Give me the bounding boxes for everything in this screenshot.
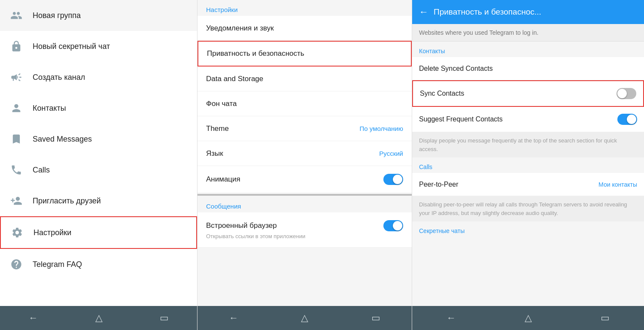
lock-icon	[9, 39, 24, 54]
settings-home-button[interactable]: △	[301, 312, 308, 324]
recents-button[interactable]: ▭	[160, 312, 169, 324]
settings-item-browser[interactable]: Встроенный браузер Открывать ссылки в эт…	[197, 212, 412, 248]
settings-label-browser: Встроенный браузер	[206, 221, 277, 230]
privacy-item-delete-synced[interactable]: Delete Synced Contacts	[412, 57, 644, 80]
settings-recents-button[interactable]: ▭	[371, 312, 380, 324]
settings-section-messages: Сообщения	[197, 197, 412, 212]
animation-toggle[interactable]	[383, 174, 403, 185]
privacy-description-peer: Disabling peer-to-peer will relay all ca…	[412, 196, 644, 221]
nav-bottom-bar: ← △ ▭	[0, 306, 197, 330]
settings-label-language: Язык	[206, 149, 223, 158]
settings-item-animation[interactable]: Анимация	[197, 166, 412, 193]
nav-item-settings[interactable]: Настройки	[0, 216, 197, 249]
settings-item-privacy[interactable]: Приватность и безопасность	[197, 41, 412, 67]
settings-item-language[interactable]: Язык Русский	[197, 141, 412, 166]
privacy-label-delete-synced: Delete Synced Contacts	[419, 65, 493, 73]
settings-item-notifications[interactable]: Уведомления и звук	[197, 16, 412, 41]
nav-label-faq: Telegram FAQ	[33, 260, 82, 269]
privacy-home-button[interactable]: △	[525, 312, 532, 324]
privacy-back-button[interactable]: ←	[419, 6, 428, 18]
settings-icon	[9, 225, 25, 240]
privacy-info-websites: Websites where you used Telegram to log …	[412, 24, 644, 42]
nav-label-invite: Пригласить друзей	[33, 197, 101, 206]
nav-item-calls[interactable]: Calls	[0, 154, 197, 185]
nav-label-create-channel: Создать канал	[33, 73, 85, 82]
toggle-thumb	[393, 175, 402, 184]
privacy-item-sync-contacts[interactable]: Sync Contacts	[412, 80, 644, 107]
nav-label-new-group: Новая группа	[33, 11, 81, 20]
settings-section-general: Настройки	[197, 0, 412, 16]
nav-item-create-channel[interactable]: Создать канал	[0, 62, 197, 93]
settings-label-notifications: Уведомления и звук	[206, 24, 274, 33]
settings-item-chat-bg[interactable]: Фон чата	[197, 91, 412, 116]
phone-icon	[9, 162, 24, 178]
nav-label-contacts: Контакты	[33, 104, 66, 113]
nav-item-contacts[interactable]: Контакты	[0, 93, 197, 124]
settings-sublabel-browser: Открывать ссылки в этом приложении	[206, 233, 305, 239]
settings-item-theme[interactable]: Theme По умолчанию	[197, 116, 412, 141]
toggle-thumb-sync	[617, 89, 627, 98]
group-icon	[9, 8, 24, 23]
privacy-label-peer-to-peer: Peer-to-Peer	[419, 181, 459, 188]
person-icon	[9, 100, 24, 116]
nav-label-calls: Calls	[33, 166, 50, 175]
privacy-panel: ← Приватность и безопасноc... Websites w…	[412, 0, 644, 330]
privacy-header-title: Приватность и безопасноc...	[434, 7, 541, 17]
navigation-panel: Новая группа Новый секретный чат Создать…	[0, 0, 197, 330]
sync-contacts-toggle[interactable]	[617, 88, 636, 99]
browser-toggle[interactable]	[383, 220, 403, 231]
settings-value-theme: По умолчанию	[360, 125, 403, 132]
settings-panel: Настройки Уведомления и звук Приватность…	[197, 0, 412, 330]
nav-item-saved[interactable]: Saved Messages	[0, 124, 197, 154]
privacy-item-suggest-frequent[interactable]: Suggest Frequent Contacts	[412, 107, 644, 132]
privacy-section-secret: Секретные чаты	[412, 221, 644, 237]
privacy-bottom-bar: ← △ ▭	[412, 306, 644, 330]
settings-value-language: Русский	[379, 150, 403, 157]
settings-label-theme: Theme	[206, 124, 229, 133]
nav-label-settings: Настройки	[33, 228, 71, 237]
privacy-header: ← Приватность и безопасноc...	[412, 0, 644, 24]
settings-back-button[interactable]: ←	[229, 312, 238, 324]
privacy-back-nav-button[interactable]: ←	[447, 312, 456, 324]
privacy-item-peer-to-peer[interactable]: Peer-to-Peer Мои контакты	[412, 173, 644, 196]
nav-item-new-group[interactable]: Новая группа	[0, 0, 197, 31]
settings-list: Настройки Уведомления и звук Приватность…	[197, 0, 412, 306]
person-add-icon	[9, 193, 24, 209]
toggle-thumb-suggest	[627, 115, 636, 124]
bookmark-icon	[9, 131, 24, 147]
settings-bottom-bar: ← △ ▭	[197, 306, 412, 330]
nav-item-faq[interactable]: Telegram FAQ	[0, 249, 197, 280]
privacy-section-calls: Calls	[412, 157, 644, 173]
settings-item-data[interactable]: Data and Storage	[197, 67, 412, 91]
privacy-value-peer-to-peer: Мои контакты	[598, 181, 637, 188]
privacy-recents-button[interactable]: ▭	[601, 312, 610, 324]
settings-label-animation: Анимация	[206, 175, 240, 184]
toggle-thumb-browser	[393, 221, 402, 230]
nav-label-saved: Saved Messages	[33, 135, 92, 144]
nav-item-invite[interactable]: Пригласить друзей	[0, 185, 197, 216]
privacy-label-suggest-frequent: Suggest Frequent Contacts	[419, 115, 503, 123]
suggest-frequent-toggle[interactable]	[617, 114, 637, 125]
privacy-content: Websites where you used Telegram to log …	[412, 24, 644, 306]
back-button[interactable]: ←	[29, 312, 38, 324]
settings-label-chat-bg: Фон чата	[206, 100, 237, 108]
nav-item-secret-chat[interactable]: Новый секретный чат	[0, 31, 197, 62]
nav-list: Новая группа Новый секретный чат Создать…	[0, 0, 197, 306]
privacy-description-suggest: Display people you message frequently at…	[412, 132, 644, 157]
settings-label-privacy: Приватность и безопасность	[207, 49, 304, 58]
settings-label-data: Data and Storage	[206, 75, 263, 83]
privacy-label-sync-contacts: Sync Contacts	[420, 90, 464, 97]
privacy-section-contacts: Контакты	[412, 42, 644, 57]
help-icon	[9, 257, 24, 272]
megaphone-icon	[9, 70, 24, 85]
home-button[interactable]: △	[95, 312, 103, 324]
nav-label-secret-chat: Новый секретный чат	[33, 42, 110, 51]
